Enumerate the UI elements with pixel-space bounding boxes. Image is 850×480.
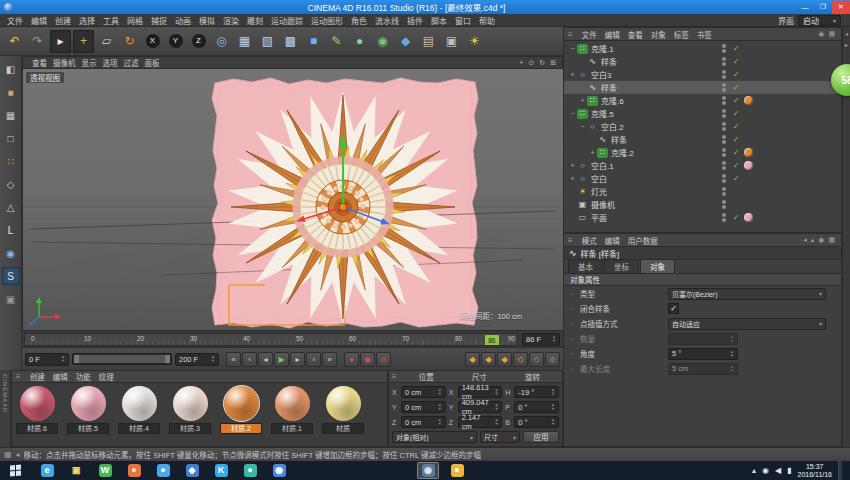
add-deformer-menu[interactable]: ◆ [395,30,416,53]
material-tag[interactable] [744,213,753,222]
next-frame-button[interactable]: ▸ [290,352,305,367]
close-button[interactable]: ✕ [832,1,850,14]
zoom-view-icon[interactable]: ⊙ [528,59,534,67]
coordinate-field[interactable]: 0 cm▲▼ [401,416,446,428]
object-row[interactable]: 灯光 [564,185,841,198]
material-item[interactable]: 材质.6 [16,386,58,434]
keyframe-dot[interactable]: ○ [570,351,576,357]
live-selection-tool[interactable]: ▸ [50,30,71,53]
material-item[interactable]: 材质.1 [271,386,313,434]
object-row[interactable]: 样条 ✓ [564,133,841,146]
apply-button[interactable]: 应用 [523,431,559,443]
undo-button[interactable]: ↶ [4,30,25,53]
material-tag[interactable] [744,161,753,170]
object-row[interactable]: − 克隆.1 ✓ [564,42,841,55]
visibility-dots[interactable] [718,44,730,53]
enable-check[interactable]: ✓ [730,174,742,183]
points-mode[interactable]: ∷ [2,152,20,170]
menu-item[interactable]: 模拟 [195,15,219,26]
attr-lock-icon[interactable]: ◉ [816,236,826,244]
enable-check[interactable]: ✓ [730,161,742,170]
attribute-field[interactable]: ▲▼ [668,333,738,345]
current-frame-field[interactable]: 86 F ▲▼ [522,333,560,346]
expander-toggle[interactable]: + [578,97,587,104]
attribute-field[interactable]: 5 °▲▼ [668,348,738,360]
enable-check[interactable]: ✓ [730,148,742,157]
show-desktop-button[interactable] [838,461,842,480]
coordinate-field[interactable]: 0 °▲▼ [514,416,559,428]
expander-toggle[interactable]: + [568,175,577,182]
taskbar-app-yellow[interactable]: ● [446,462,468,479]
panel-menu-icon[interactable]: ≡ [568,236,573,245]
dock-collapse-icon[interactable]: ◂ [845,30,848,37]
tray-volume-icon[interactable]: ◀ [775,466,781,475]
enable-check[interactable]: ✓ [730,122,742,131]
scale-tool[interactable]: ▱ [96,30,117,53]
taskbar-qq[interactable]: ● [152,462,174,479]
panel-menu-icon[interactable]: ≡ [568,30,573,39]
enable-check[interactable]: ✓ [730,70,742,79]
polygons-mode[interactable]: △ [2,198,20,216]
menu-item[interactable]: 编辑 [27,15,51,26]
stepper-arrows[interactable]: ▲▼ [438,388,442,396]
size-mode-select[interactable]: 尺寸▾ [480,431,520,443]
key-scale-toggle[interactable]: ◆ [481,352,496,367]
attr-menu-item[interactable]: 编辑 [601,235,624,246]
attr-menu-item[interactable]: 模式 [578,235,601,246]
coordinate-field[interactable]: -19 °▲▼ [514,386,559,398]
stepper-arrows[interactable]: ▲▼ [494,403,498,411]
taskbar-browser[interactable]: ◉ [268,462,290,479]
material-tag[interactable] [744,96,753,105]
add-mograph-menu[interactable]: ◉ [372,30,393,53]
pan-view-icon[interactable]: + [519,59,523,67]
range-start-field[interactable]: 0 F ▲▼ [25,353,69,366]
make-editable[interactable]: ◧ [2,60,20,78]
material-tag[interactable] [744,148,753,157]
menu-item[interactable]: 脚本 [427,15,451,26]
viewport-filter[interactable]: ◉ [2,244,20,262]
material-menu-item[interactable]: 编辑 [49,371,72,382]
preview-range-slider[interactable] [72,353,172,365]
add-spline-menu[interactable]: ✎ [326,30,347,53]
attr-panel-icon[interactable]: ▦ [826,236,837,244]
object-row[interactable]: + 克隆.6 ✓ [564,94,841,107]
lock-z-axis[interactable]: Z [188,30,209,53]
timeline-ruler[interactable]: 0102030405060708090 86 [24,333,518,346]
visibility-dots[interactable] [718,200,730,209]
stepper-arrows[interactable]: ▲▼ [551,403,555,411]
viewport-menu-item[interactable]: 显示 [79,57,100,68]
object-row[interactable]: 摄像机 [564,198,841,211]
material-item[interactable]: 材质 [322,386,364,434]
play-button[interactable]: ▶ [274,352,289,367]
tray-security-icon[interactable]: ◉ [762,466,769,475]
add-generator-menu[interactable]: ● [349,30,370,53]
add-camera-menu[interactable]: ▣ [441,30,462,53]
range-knob-right[interactable] [165,355,170,363]
viewport-menu-item[interactable]: 选项 [100,57,121,68]
range-knob-left[interactable] [74,355,79,363]
attribute-tab[interactable]: 坐标 [604,259,639,273]
om-search-icon[interactable]: ◉ [816,30,826,38]
attr-menu-item[interactable]: 用户数据 [624,235,662,246]
visibility-dots[interactable] [718,148,730,157]
menu-item[interactable]: 创建 [51,15,75,26]
enable-check[interactable]: ✓ [730,109,742,118]
material-menu-item[interactable]: 纹理 [95,371,118,382]
prev-frame-button[interactable]: ◂ [258,352,273,367]
enable-check[interactable]: ✓ [730,135,742,144]
edges-mode[interactable]: ◇ [2,175,20,193]
object-row[interactable]: − 空白.2 ✓ [564,120,841,133]
workplane-lock[interactable]: ▣ [2,290,20,308]
stepper-arrows[interactable]: ▲▼ [61,355,65,363]
dock-expand-icon[interactable]: ▸ [845,41,848,48]
attribute-select[interactable]: 自动适应▾ [668,318,826,330]
menu-item[interactable]: 文件 [3,15,27,26]
coordinate-mode-select[interactable]: 对象(相对)▾ [392,431,477,443]
clock[interactable]: 15:37 2016/11/16 [797,463,832,479]
goto-end-button[interactable]: » [322,352,337,367]
menu-item[interactable]: 网格 [123,15,147,26]
key-rotation-toggle[interactable]: ◆ [497,352,512,367]
expander-toggle[interactable]: + [568,162,577,169]
viewport-canvas[interactable] [23,69,564,331]
expander-toggle[interactable]: + [588,149,597,156]
